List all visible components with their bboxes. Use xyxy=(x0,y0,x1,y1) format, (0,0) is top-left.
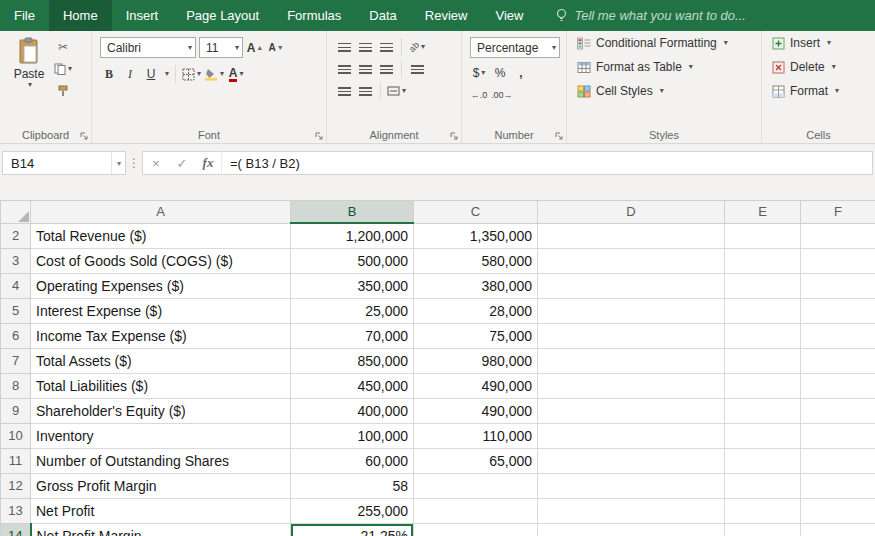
name-box[interactable]: B14 ▾ xyxy=(2,151,126,175)
cell-F3[interactable] xyxy=(801,249,875,274)
cell-F8[interactable] xyxy=(801,374,875,399)
tab-review[interactable]: Review xyxy=(411,0,482,31)
tell-me-box[interactable]: Tell me what you want to do... xyxy=(555,0,746,31)
cell-E10[interactable] xyxy=(725,424,801,449)
alignment-dialog-launcher[interactable] xyxy=(450,132,458,140)
cell-C3[interactable]: 580,000 xyxy=(414,249,538,274)
cell-E3[interactable] xyxy=(725,249,801,274)
cell-B13[interactable]: 255,000 xyxy=(291,499,414,524)
orientation-button[interactable]: ab▾ xyxy=(408,37,426,57)
align-left-button[interactable] xyxy=(335,59,353,79)
copy-button[interactable]: ▾ xyxy=(54,59,72,79)
top-align-button[interactable] xyxy=(335,37,353,57)
cell-F12[interactable] xyxy=(801,474,875,499)
tab-home[interactable]: Home xyxy=(49,0,112,31)
cell-B5[interactable]: 25,000 xyxy=(291,299,414,324)
fill-color-button[interactable]: ▾ xyxy=(204,64,224,84)
format-as-table-button[interactable]: Format as Table ▾ xyxy=(573,57,757,77)
cell-F14[interactable] xyxy=(801,524,875,536)
tab-file[interactable]: File xyxy=(0,0,49,31)
cell-D3[interactable] xyxy=(538,249,725,274)
bottom-align-button[interactable] xyxy=(377,37,395,57)
cell-C13[interactable] xyxy=(414,499,538,524)
cell-C2[interactable]: 1,350,000 xyxy=(414,223,538,249)
cell-D14[interactable] xyxy=(538,524,725,536)
cell-F2[interactable] xyxy=(801,223,875,249)
cell-F10[interactable] xyxy=(801,424,875,449)
middle-align-button[interactable] xyxy=(356,37,374,57)
insert-function-button[interactable]: fx xyxy=(195,155,221,171)
cell-E2[interactable] xyxy=(725,223,801,249)
underline-button[interactable]: U xyxy=(142,64,160,84)
font-name-select[interactable]: Calibri ▾ xyxy=(100,37,196,58)
cell-C12[interactable] xyxy=(414,474,538,499)
cell-A9[interactable]: Shareholder's Equity ($) xyxy=(31,399,291,424)
cell-E9[interactable] xyxy=(725,399,801,424)
cell-C10[interactable]: 110,000 xyxy=(414,424,538,449)
cell-C11[interactable]: 65,000 xyxy=(414,449,538,474)
column-header-b[interactable]: B xyxy=(291,201,414,224)
cell-D6[interactable] xyxy=(538,324,725,349)
cell-D4[interactable] xyxy=(538,274,725,299)
number-format-select[interactable]: Percentage ▾ xyxy=(470,37,560,58)
wrap-text-button[interactable] xyxy=(408,59,426,79)
conditional-formatting-button[interactable]: Conditional Formatting ▾ xyxy=(573,33,757,53)
column-header-e[interactable]: E xyxy=(725,201,801,224)
cell-E12[interactable] xyxy=(725,474,801,499)
increase-decimal-button[interactable]: ←.0 xyxy=(470,85,488,105)
cell-C7[interactable]: 980,000 xyxy=(414,349,538,374)
cell-A6[interactable]: Income Tax Expense ($) xyxy=(31,324,291,349)
row-header-4[interactable]: 4 xyxy=(1,274,31,299)
cell-A10[interactable]: Inventory xyxy=(31,424,291,449)
row-header-2[interactable]: 2 xyxy=(1,223,31,249)
borders-button[interactable]: ▾ xyxy=(182,64,201,84)
cell-C4[interactable]: 380,000 xyxy=(414,274,538,299)
row-header-3[interactable]: 3 xyxy=(1,249,31,274)
cell-C9[interactable]: 490,000 xyxy=(414,399,538,424)
delete-cells-button[interactable]: Delete ▾ xyxy=(768,57,871,77)
comma-style-button[interactable]: , xyxy=(512,63,530,83)
cell-E7[interactable] xyxy=(725,349,801,374)
align-right-button[interactable] xyxy=(377,59,395,79)
row-header-9[interactable]: 9 xyxy=(1,399,31,424)
cell-B10[interactable]: 100,000 xyxy=(291,424,414,449)
cell-C8[interactable]: 490,000 xyxy=(414,374,538,399)
cell-A4[interactable]: Operating Expenses ($) xyxy=(31,274,291,299)
merge-center-button[interactable]: ▾ xyxy=(387,81,406,101)
bold-button[interactable]: B xyxy=(100,64,118,84)
column-header-d[interactable]: D xyxy=(538,201,725,224)
cell-F4[interactable] xyxy=(801,274,875,299)
cell-D2[interactable] xyxy=(538,223,725,249)
cell-B3[interactable]: 500,000 xyxy=(291,249,414,274)
cell-F11[interactable] xyxy=(801,449,875,474)
font-size-select[interactable]: 11 ▾ xyxy=(199,37,243,58)
formula-input[interactable]: =( B13 / B2) xyxy=(221,151,873,175)
cell-D13[interactable] xyxy=(538,499,725,524)
row-header-13[interactable]: 13 xyxy=(1,499,31,524)
cell-D5[interactable] xyxy=(538,299,725,324)
cell-A7[interactable]: Total Assets ($) xyxy=(31,349,291,374)
cell-C6[interactable]: 75,000 xyxy=(414,324,538,349)
format-painter-button[interactable] xyxy=(54,81,72,101)
cell-A8[interactable]: Total Liabilities ($) xyxy=(31,374,291,399)
tab-formulas[interactable]: Formulas xyxy=(273,0,355,31)
accounting-format-button[interactable]: $ ▾ xyxy=(470,63,488,83)
cell-E5[interactable] xyxy=(725,299,801,324)
cell-C5[interactable]: 28,000 xyxy=(414,299,538,324)
insert-cells-button[interactable]: Insert ▾ xyxy=(768,33,871,53)
cell-B8[interactable]: 450,000 xyxy=(291,374,414,399)
font-dialog-launcher[interactable] xyxy=(315,132,323,140)
format-cells-button[interactable]: Format ▾ xyxy=(768,81,871,101)
font-color-button[interactable]: A ▾ xyxy=(227,64,245,84)
decrease-font-size-button[interactable]: A▼ xyxy=(267,38,285,58)
cell-D10[interactable] xyxy=(538,424,725,449)
percent-style-button[interactable]: % xyxy=(491,63,509,83)
cell-D8[interactable] xyxy=(538,374,725,399)
row-header-6[interactable]: 6 xyxy=(1,324,31,349)
cell-F6[interactable] xyxy=(801,324,875,349)
decrease-decimal-button[interactable]: .00→ xyxy=(491,85,513,105)
row-header-7[interactable]: 7 xyxy=(1,349,31,374)
increase-font-size-button[interactable]: A▲ xyxy=(246,38,264,58)
cell-A5[interactable]: Interest Expense ($) xyxy=(31,299,291,324)
cell-D7[interactable] xyxy=(538,349,725,374)
